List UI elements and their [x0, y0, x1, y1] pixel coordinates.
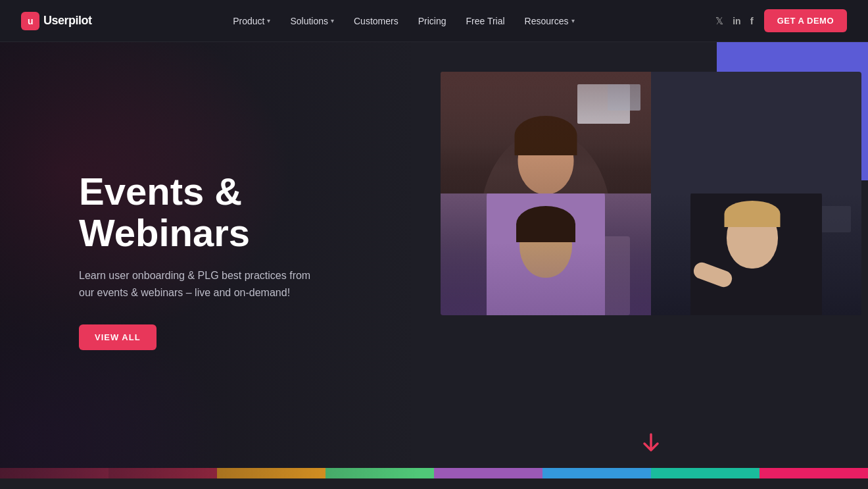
- bar-seg-5: [434, 468, 542, 478]
- bar-seg-1: [0, 468, 108, 478]
- video-cell-presenter-2: [651, 72, 861, 193]
- hero-content: Events & Webinars Learn user onboarding …: [0, 170, 368, 351]
- navbar: u Userpilot Product ▾ Solutions ▾ Custom…: [0, 0, 868, 42]
- chevron-down-icon: ▾: [331, 17, 334, 24]
- brand-name: Userpilot: [43, 14, 92, 28]
- nav-socials: 𝕏 in f: [715, 15, 753, 27]
- nav-links: Product ▾ Solutions ▾ Customers Pricing …: [225, 11, 582, 32]
- bar-seg-6: [542, 468, 651, 478]
- get-demo-button[interactable]: GET A DEMO: [764, 9, 847, 32]
- nav-right: 𝕏 in f GET A DEMO: [715, 9, 847, 32]
- nav-item-resources: Resources ▾: [517, 11, 583, 32]
- bar-seg-4: [326, 468, 434, 478]
- linkedin-link[interactable]: in: [733, 15, 740, 26]
- view-all-button[interactable]: VIEW ALL: [79, 324, 157, 350]
- logo-icon: u: [21, 12, 39, 30]
- bar-seg-3: [217, 468, 326, 478]
- nav-link-free-trial[interactable]: Free Trial: [458, 11, 512, 32]
- video-cell-presenter-4: [651, 193, 861, 315]
- nav-item-solutions: Solutions ▾: [282, 11, 342, 32]
- twitter-link[interactable]: 𝕏: [715, 15, 723, 27]
- video-presenter-3-mock: [441, 193, 651, 315]
- nav-link-product[interactable]: Product ▾: [225, 11, 278, 32]
- nav-item-pricing: Pricing: [410, 11, 454, 32]
- nav-item-customers: Customers: [346, 11, 406, 32]
- nav-item-free-trial: Free Trial: [458, 11, 512, 32]
- nav-logo[interactable]: u Userpilot: [21, 12, 92, 30]
- facebook-link[interactable]: f: [750, 15, 754, 26]
- bar-seg-2: [108, 468, 217, 478]
- chevron-down-icon: ▾: [571, 17, 575, 24]
- nav-link-resources[interactable]: Resources ▾: [517, 11, 583, 32]
- hero-title: Events & Webinars: [79, 170, 368, 255]
- twitter-icon: 𝕏: [715, 15, 723, 26]
- nav-item-product: Product ▾: [225, 11, 278, 32]
- chevron-down-icon: ▾: [267, 17, 270, 24]
- bar-seg-7: [651, 468, 760, 478]
- hero-section: Events & Webinars Learn user onboarding …: [0, 42, 868, 478]
- linkedin-icon: in: [733, 16, 740, 26]
- nav-link-customers[interactable]: Customers: [346, 11, 406, 32]
- nav-link-pricing[interactable]: Pricing: [410, 11, 454, 32]
- video-grid: [441, 72, 861, 315]
- bottom-color-bar: [0, 468, 868, 478]
- bar-seg-8: [760, 468, 868, 478]
- nav-link-solutions[interactable]: Solutions ▾: [282, 11, 342, 32]
- facebook-icon: f: [750, 15, 754, 26]
- video-presenter-4-mock: [651, 193, 861, 315]
- hero-subtitle: Learn user onboarding & PLG best practic…: [79, 267, 316, 301]
- scroll-down-arrow[interactable]: [639, 430, 663, 459]
- hero-visual: [434, 42, 868, 478]
- video-cell-presenter-3: [441, 193, 651, 315]
